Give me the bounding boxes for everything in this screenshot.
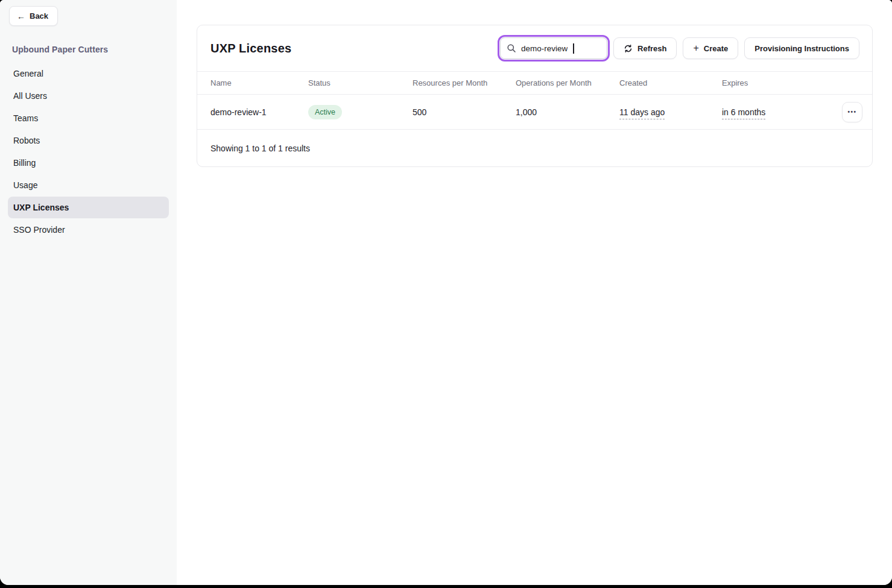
card-header: UXP Licenses demo-review <box>197 25 872 71</box>
text-cursor <box>573 43 574 54</box>
card-footer: Showing 1 to 1 of 1 results <box>197 130 872 166</box>
search-input-value: demo-review <box>521 44 568 53</box>
column-header-status: Status <box>308 78 413 87</box>
sidebar-item-robots[interactable]: Robots <box>8 130 169 151</box>
sidebar-item-usage[interactable]: Usage <box>8 174 169 196</box>
create-button[interactable]: + Create <box>683 37 738 59</box>
provisioning-instructions-label: Provisioning Instructions <box>754 44 849 53</box>
create-button-label: Create <box>704 44 728 53</box>
license-name-cell: demo-review-1 <box>210 107 308 117</box>
status-badge: Active <box>308 105 342 119</box>
results-count-text: Showing 1 to 1 of 1 results <box>210 144 310 153</box>
refresh-button-label: Refresh <box>637 44 666 53</box>
org-name-heading: Upbound Paper Cutters <box>12 45 177 54</box>
resources-per-month-cell: 500 <box>413 107 516 117</box>
sidebar-item-billing[interactable]: Billing <box>8 152 169 174</box>
column-header-name: Name <box>210 78 308 87</box>
column-header-operations: Operations per Month <box>516 78 619 87</box>
refresh-button[interactable]: Refresh <box>613 37 677 59</box>
toolbar: demo-review Refresh + Create <box>500 37 859 59</box>
expires-cell: in 6 months <box>722 107 829 117</box>
created-relative-time[interactable]: 11 days ago <box>619 107 665 119</box>
app-window: ← Back Upbound Paper Cutters General All… <box>0 0 892 585</box>
provisioning-instructions-button[interactable]: Provisioning Instructions <box>744 37 859 59</box>
back-arrow-icon: ← <box>17 12 25 21</box>
sidebar-nav: General All Users Teams Robots Billing U… <box>0 63 177 241</box>
plus-icon: + <box>693 43 698 53</box>
column-header-expires: Expires <box>722 78 829 87</box>
column-header-created: Created <box>619 78 722 87</box>
expires-relative-time[interactable]: in 6 months <box>722 107 765 119</box>
created-cell: 11 days ago <box>619 107 722 117</box>
settings-sidebar: ← Back Upbound Paper Cutters General All… <box>0 0 177 585</box>
table-header-row: Name Status Resources per Month Operatio… <box>197 71 872 95</box>
main-content: UXP Licenses demo-review <box>177 0 892 585</box>
sidebar-item-sso-provider[interactable]: SSO Provider <box>8 219 169 241</box>
ellipsis-icon: ••• <box>847 109 856 115</box>
table-row: demo-review-1 Active 500 1,000 11 days a… <box>197 95 872 130</box>
license-status-cell: Active <box>308 105 413 119</box>
page-title: UXP Licenses <box>210 42 291 55</box>
back-button[interactable]: ← Back <box>9 6 58 26</box>
search-input[interactable]: demo-review <box>500 37 607 59</box>
uxp-licenses-card: UXP Licenses demo-review <box>197 25 873 167</box>
sidebar-item-uxp-licenses[interactable]: UXP Licenses <box>8 197 169 218</box>
sidebar-item-all-users[interactable]: All Users <box>8 85 169 107</box>
back-button-label: Back <box>30 11 48 21</box>
refresh-icon <box>624 44 633 53</box>
row-actions-menu-button[interactable]: ••• <box>842 102 862 122</box>
sidebar-item-general[interactable]: General <box>8 63 169 84</box>
column-header-resources: Resources per Month <box>413 78 516 87</box>
sidebar-item-teams[interactable]: Teams <box>8 107 169 129</box>
operations-per-month-cell: 1,000 <box>516 107 619 117</box>
search-icon <box>507 43 516 53</box>
